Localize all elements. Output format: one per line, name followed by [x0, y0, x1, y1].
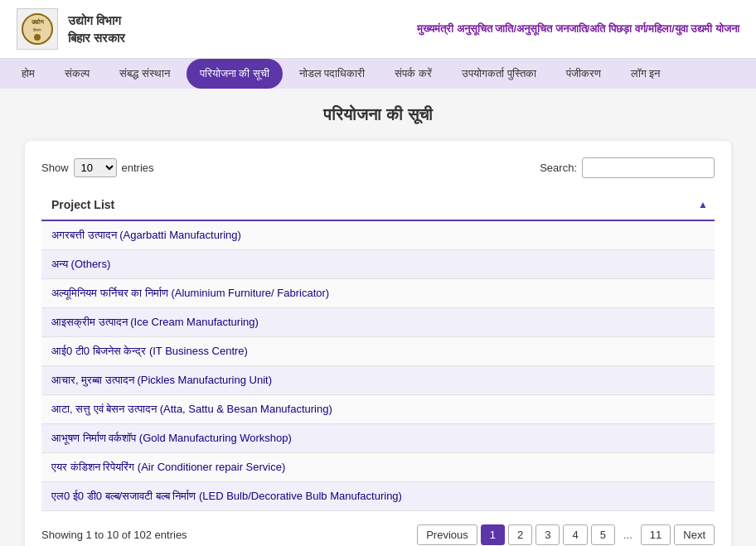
search-input[interactable] [582, 157, 715, 178]
table-cell: आइसक्रीम उत्पादन (Ice Cream Manufacturin… [41, 308, 715, 337]
page-btn-3[interactable]: 3 [536, 524, 560, 545]
table-cell: आभूषण निर्माण वर्कशॉप (Gold Manufacturin… [41, 424, 715, 453]
svg-point-3 [34, 34, 41, 41]
table-cell: आई0 टी0 बिजनेस केन्द्र (IT Business Cent… [41, 337, 715, 366]
table-row[interactable]: आचार, मुरब्बा उत्पादन (Pickles Manufactu… [41, 366, 715, 395]
nav-item-नोडल-पदाधिकारी[interactable]: नोडल पदाधिकारी [286, 59, 379, 89]
show-label: Show [41, 162, 69, 174]
table-cell: एयर कंडिशन रिपेयरिंग (Air Conditioner re… [41, 453, 715, 482]
footer-row: Showing 1 to 10 of 102 entries Previous … [41, 524, 715, 545]
table-row[interactable]: अन्य (Others) [41, 250, 715, 279]
previous-button[interactable]: Previous [417, 524, 477, 545]
nav-item-पंजीकरण[interactable]: पंजीकरण [553, 59, 614, 89]
header: उद्योग विभाग उद्योग विभाग बिहार सरकार मु… [0, 0, 756, 59]
nav-item-संबद्ध-संस्थान[interactable]: संबद्ध संस्थान [106, 59, 183, 89]
nav-item-लॉग-इन[interactable]: लॉग इन [618, 59, 674, 89]
org-line2: बिहार सरकार [68, 29, 125, 46]
logo: उद्योग विभाग [17, 8, 58, 50]
table-row[interactable]: आटा, सत्तु एवं बेसन उत्पादन (Atta, Sattu… [41, 395, 715, 424]
table-container: Show 102550100 entries Search: Project L… [25, 141, 731, 546]
column-header: Project List ▲ [41, 190, 715, 220]
project-table: Project List ▲ अगरबत्ती उत्पादन (Agarbat… [41, 190, 715, 511]
table-row[interactable]: आई0 टी0 बिजनेस केन्द्र (IT Business Cent… [41, 337, 715, 366]
main-content: परियोजना की सूची Show 102550100 entries … [0, 89, 756, 546]
page-btn-last[interactable]: 11 [641, 524, 671, 545]
header-left: उद्योग विभाग उद्योग विभाग बिहार सरकार [17, 8, 125, 50]
page-btn-4[interactable]: 4 [563, 524, 587, 545]
show-entries-control: Show 102550100 entries [41, 158, 154, 177]
next-button[interactable]: Next [674, 524, 715, 545]
page-btn-5[interactable]: 5 [591, 524, 615, 545]
table-cell: अल्यूमिनियम फर्निचर का निर्माण (Aluminiu… [41, 279, 715, 308]
sort-arrow-icon: ▲ [698, 199, 708, 210]
table-body: अगरबत्ती उत्पादन (Agarbatti Manufacturin… [41, 220, 715, 511]
table-row[interactable]: आभूषण निर्माण वर्कशॉप (Gold Manufacturin… [41, 424, 715, 453]
page-dots: ... [618, 525, 637, 544]
svg-text:विभाग: विभाग [32, 27, 41, 32]
table-row[interactable]: आइसक्रीम उत्पादन (Ice Cream Manufacturin… [41, 308, 715, 337]
page-btn-2[interactable]: 2 [508, 524, 532, 545]
scheme-text: मुख्यमंत्री अनुसूचित जाति/अनुसूचित जनजात… [417, 22, 739, 36]
entries-select[interactable]: 102550100 [74, 158, 117, 177]
page-title: परियोजना की सूची [25, 105, 731, 124]
org-title: उद्योग विभाग बिहार सरकार [68, 12, 125, 46]
org-line1: उद्योग विभाग [68, 12, 125, 29]
nav-item-संकल्प[interactable]: संकल्प [51, 59, 103, 89]
table-cell: आटा, सत्तु एवं बेसन उत्पादन (Atta, Sattu… [41, 395, 715, 424]
table-cell: आचार, मुरब्बा उत्पादन (Pickles Manufactu… [41, 366, 715, 395]
nav-item-संपर्क-करें[interactable]: संपर्क करें [381, 59, 445, 89]
showing-entries-text: Showing 1 to 10 of 102 entries [41, 529, 187, 541]
page-btn-1[interactable]: 1 [481, 524, 505, 545]
table-cell: एल0 ई0 डी0 बल्ब/सजावटी बल्ब निर्माण (LED… [41, 482, 715, 511]
table-row[interactable]: अगरबत्ती उत्पादन (Agarbatti Manufacturin… [41, 220, 715, 250]
table-row[interactable]: एयर कंडिशन रिपेयरिंग (Air Conditioner re… [41, 453, 715, 482]
navigation: होमसंकल्पसंबद्ध संस्थानपरियोजना की सूचीन… [0, 59, 756, 89]
nav-item-परियोजना-की-सूची[interactable]: परियोजना की सूची [187, 59, 283, 89]
table-cell: अगरबत्ती उत्पादन (Agarbatti Manufacturin… [41, 220, 715, 250]
nav-item-उपयोगकर्ता-पुस्तिका[interactable]: उपयोगकर्ता पुस्तिका [448, 59, 550, 89]
search-label: Search: [540, 162, 577, 174]
svg-text:उद्योग: उद्योग [31, 18, 44, 25]
entries-label: entries [122, 162, 154, 174]
nav-item-होम[interactable]: होम [8, 59, 48, 89]
table-cell: अन्य (Others) [41, 250, 715, 279]
controls-row: Show 102550100 entries Search: [41, 157, 715, 178]
table-row[interactable]: एल0 ई0 डी0 बल्ब/सजावटी बल्ब निर्माण (LED… [41, 482, 715, 511]
pagination: Previous 12345...11Next [417, 524, 715, 545]
table-row[interactable]: अल्यूमिनियम फर्निचर का निर्माण (Aluminiu… [41, 279, 715, 308]
search-control: Search: [540, 157, 715, 178]
